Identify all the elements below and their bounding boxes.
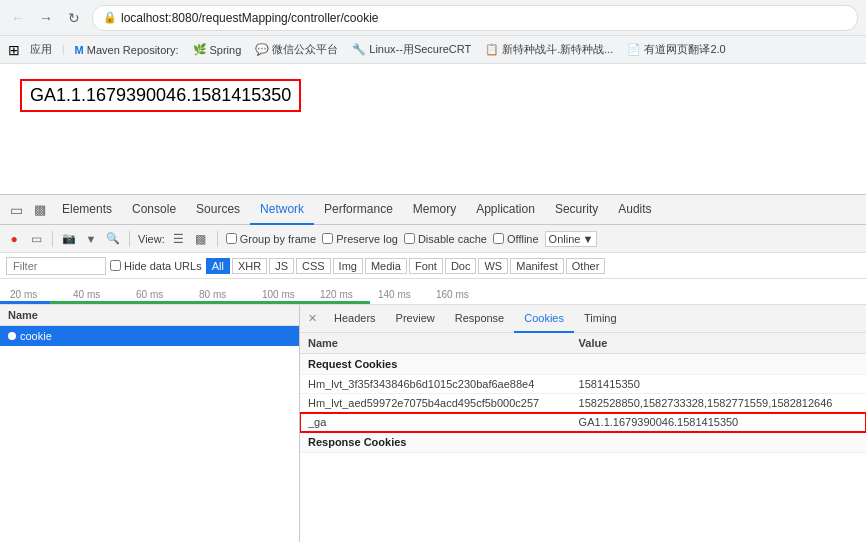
tab-sources[interactable]: Sources bbox=[186, 195, 250, 225]
filter-bar: Hide data URLs All XHR JS CSS Img Media … bbox=[0, 253, 866, 279]
right-tab-cookies[interactable]: Cookies bbox=[514, 305, 574, 333]
hide-data-urls-checkbox[interactable] bbox=[110, 260, 121, 271]
filter-all[interactable]: All bbox=[206, 258, 230, 274]
filter-ws[interactable]: WS bbox=[478, 258, 508, 274]
cookie-name-hm-lvt-1: Hm_lvt_3f35f343846b6d1015c230baf6ae88e4 bbox=[300, 375, 571, 394]
tab-console[interactable]: Console bbox=[122, 195, 186, 225]
timeline-40ms: 40 ms bbox=[73, 289, 100, 300]
disable-cache-label[interactable]: Disable cache bbox=[404, 233, 487, 245]
bookmark-youdao[interactable]: 📄 有道网页翻译2.0 bbox=[623, 40, 729, 59]
tab-security[interactable]: Security bbox=[545, 195, 608, 225]
bookmark-linux[interactable]: 🔧 Linux--用SecureCRT bbox=[348, 40, 475, 59]
right-tab-headers[interactable]: Headers bbox=[324, 305, 386, 333]
disable-cache-checkbox[interactable] bbox=[404, 233, 415, 244]
close-tab-button[interactable]: ✕ bbox=[304, 311, 320, 327]
tab-network[interactable]: Network bbox=[250, 195, 314, 225]
right-tabs: ✕ Headers Preview Response Cookies Timin… bbox=[300, 305, 866, 333]
preserve-log-label[interactable]: Preserve log bbox=[322, 233, 398, 245]
search-icon[interactable]: 🔍 bbox=[105, 231, 121, 247]
preserve-log-checkbox[interactable] bbox=[322, 233, 333, 244]
tab-memory[interactable]: Memory bbox=[403, 195, 466, 225]
filter-xhr[interactable]: XHR bbox=[232, 258, 267, 274]
bookmark-zhanshi-label: 新特种战斗.新特种战... bbox=[502, 42, 613, 57]
cookie-value-ga: GA1.1.1679390046.1581415350 bbox=[571, 413, 866, 432]
bookmark-wechat-icon: 💬 bbox=[255, 43, 269, 56]
camera-icon[interactable]: 📷 bbox=[61, 231, 77, 247]
filter-icon[interactable]: ▼ bbox=[83, 231, 99, 247]
filter-css[interactable]: CSS bbox=[296, 258, 331, 274]
timeline-140ms: 140 ms bbox=[378, 289, 411, 300]
bookmark-apps[interactable]: 应用 bbox=[26, 40, 56, 59]
filter-other[interactable]: Other bbox=[566, 258, 606, 274]
bookmark-spring-label: Spring bbox=[210, 44, 242, 56]
offline-label[interactable]: Offline bbox=[493, 233, 539, 245]
tab-performance[interactable]: Performance bbox=[314, 195, 403, 225]
right-tab-response[interactable]: Response bbox=[445, 305, 515, 333]
divider-1 bbox=[52, 231, 53, 247]
bookmark-maven-label: Maven Repository: bbox=[87, 44, 179, 56]
page-content: GA1.1.1679390046.1581415350 bbox=[0, 64, 866, 194]
address-bar[interactable]: 🔒 localhost:8080/requestMapping/controll… bbox=[92, 5, 858, 31]
cookies-panel: Name Value Request Cookies Hm_lvt_3f35f3… bbox=[300, 333, 866, 542]
cookie-value-hm-lvt-1: 1581415350 bbox=[571, 375, 866, 394]
cookie-row-hm-lvt-1[interactable]: Hm_lvt_3f35f343846b6d1015c230baf6ae88e4 … bbox=[300, 375, 866, 394]
filter-js[interactable]: JS bbox=[269, 258, 294, 274]
item-dot-cookie bbox=[8, 332, 16, 340]
device-toolbar-icon[interactable]: ▩ bbox=[28, 198, 52, 222]
bookmark-spring-icon: 🌿 bbox=[193, 43, 207, 56]
cookie-name-hm-lvt-2: Hm_lvt_aed59972e7075b4acd495cf5b000c257 bbox=[300, 394, 571, 413]
filter-input[interactable] bbox=[6, 257, 106, 275]
cookie-value-hm-lvt-2: 1582528850,1582733328,1582771559,1582812… bbox=[571, 394, 866, 413]
filter-font[interactable]: Font bbox=[409, 258, 443, 274]
tab-elements[interactable]: Elements bbox=[52, 195, 122, 225]
bookmark-maven[interactable]: M Maven Repository: bbox=[71, 42, 183, 58]
cookies-table: Name Value Request Cookies Hm_lvt_3f35f3… bbox=[300, 333, 866, 453]
cookie-row-ga[interactable]: _ga GA1.1.1679390046.1581415350 bbox=[300, 413, 866, 432]
divider-3 bbox=[217, 231, 218, 247]
bookmark-wechat-label: 微信公众平台 bbox=[272, 42, 338, 57]
cookie-name-ga: _ga bbox=[300, 413, 571, 432]
cookie-display-value: GA1.1.1679390046.1581415350 bbox=[20, 79, 301, 112]
record-button[interactable]: ● bbox=[6, 231, 22, 247]
devtools-panel: ▭ ▩ Elements Console Sources Network Per… bbox=[0, 194, 866, 542]
forward-button[interactable]: → bbox=[36, 8, 56, 28]
network-list-header: Name bbox=[0, 305, 299, 326]
list-view-icon[interactable]: ☰ bbox=[171, 231, 187, 247]
bookmark-zhanshi[interactable]: 📋 新特种战斗.新特种战... bbox=[481, 40, 617, 59]
bookmark-zhanshi-icon: 📋 bbox=[485, 43, 499, 56]
bookmark-spring[interactable]: 🌿 Spring bbox=[189, 41, 246, 58]
bookmark-linux-icon: 🔧 bbox=[352, 43, 366, 56]
inspect-element-icon[interactable]: ▭ bbox=[4, 198, 28, 222]
filter-media[interactable]: Media bbox=[365, 258, 407, 274]
online-dropdown[interactable]: Online ▼ bbox=[545, 231, 598, 247]
offline-checkbox[interactable] bbox=[493, 233, 504, 244]
right-tab-preview[interactable]: Preview bbox=[386, 305, 445, 333]
filter-doc[interactable]: Doc bbox=[445, 258, 477, 274]
timeline-green-bar bbox=[0, 301, 370, 304]
cookie-row-hm-lvt-2[interactable]: Hm_lvt_aed59972e7075b4acd495cf5b000c257 … bbox=[300, 394, 866, 413]
right-tab-timing[interactable]: Timing bbox=[574, 305, 627, 333]
back-button[interactable]: ← bbox=[8, 8, 28, 28]
bookmark-linux-label: Linux--用SecureCRT bbox=[369, 42, 471, 57]
bookmark-wechat[interactable]: 💬 微信公众平台 bbox=[251, 40, 342, 59]
clear-button[interactable]: ▭ bbox=[28, 231, 44, 247]
timeline-20ms: 20 ms bbox=[10, 289, 37, 300]
apps-icon[interactable]: ⊞ bbox=[8, 42, 20, 58]
group-by-frame-checkbox[interactable] bbox=[226, 233, 237, 244]
browser-bar: ← → ↻ 🔒 localhost:8080/requestMapping/co… bbox=[0, 0, 866, 36]
group-by-frame-label[interactable]: Group by frame bbox=[226, 233, 316, 245]
hide-data-urls-label[interactable]: Hide data URLs bbox=[110, 260, 202, 272]
timeline-160ms: 160 ms bbox=[436, 289, 469, 300]
network-list-item-cookie[interactable]: cookie bbox=[0, 326, 299, 346]
tab-application[interactable]: Application bbox=[466, 195, 545, 225]
tab-audits[interactable]: Audits bbox=[608, 195, 661, 225]
timeline-blue-bar bbox=[0, 301, 50, 304]
bookmark-apps-label: 应用 bbox=[30, 42, 52, 57]
filter-img[interactable]: Img bbox=[333, 258, 363, 274]
filter-manifest[interactable]: Manifest bbox=[510, 258, 564, 274]
bookmark-maven-icon: M bbox=[75, 44, 84, 56]
devtools-tabs: ▭ ▩ Elements Console Sources Network Per… bbox=[0, 195, 866, 225]
timeline-bar: 20 ms 40 ms 60 ms 80 ms 100 ms 120 ms 14… bbox=[0, 279, 866, 305]
refresh-button[interactable]: ↻ bbox=[64, 8, 84, 28]
large-view-icon[interactable]: ▩ bbox=[193, 231, 209, 247]
